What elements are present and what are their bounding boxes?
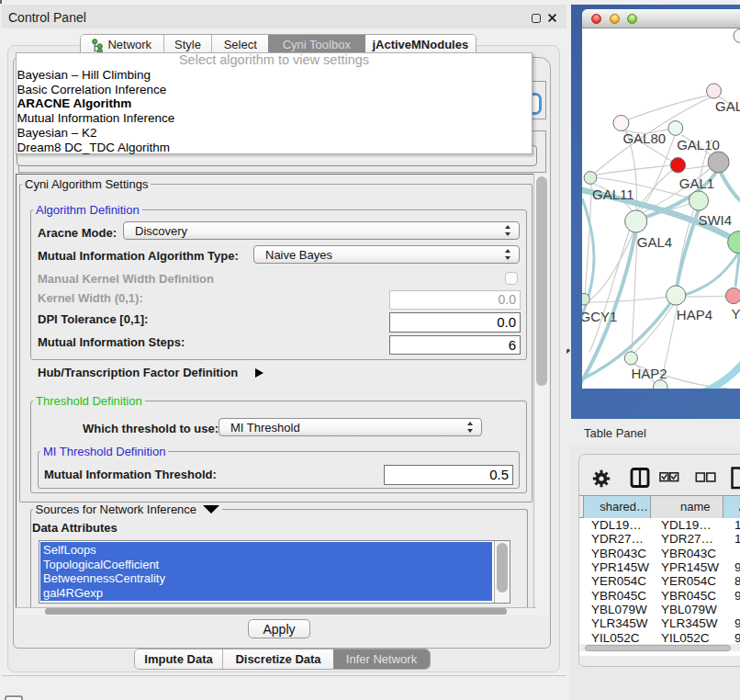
svg-text:SWI4: SWI4	[698, 212, 732, 228]
svg-text:HAP2: HAP2	[631, 366, 667, 381]
svg-text:HAP4: HAP4	[677, 307, 712, 322]
svg-text:GAL80: GAL80	[622, 130, 666, 146]
svg-text:GAL1: GAL1	[679, 175, 714, 191]
svg-text:GAL10: GAL10	[677, 137, 720, 152]
svg-text:GCY1: GCY1	[582, 309, 617, 324]
svg-text:GAL11: GAL11	[592, 186, 634, 202]
svg-text:GAL4: GAL4	[637, 234, 672, 250]
svg-text:GAL7: GAL7	[715, 98, 740, 114]
svg-text:Y: Y	[731, 306, 740, 322]
